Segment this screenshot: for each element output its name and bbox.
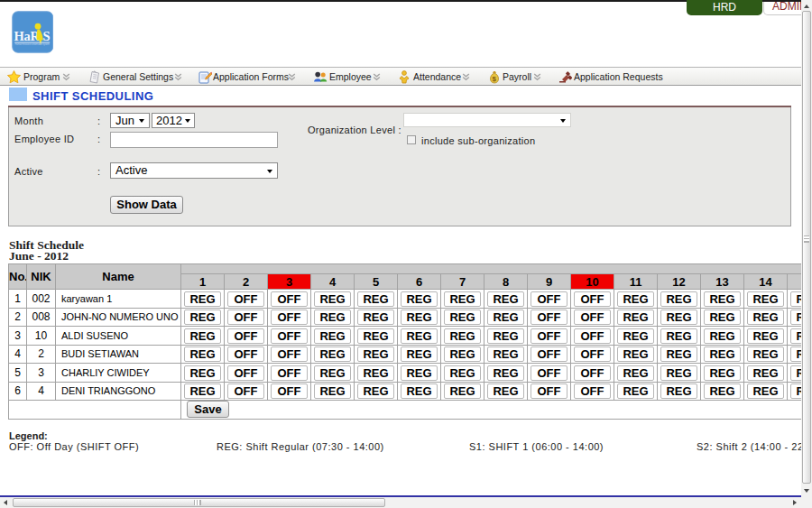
svg-text:HaR: HaR	[14, 29, 41, 43]
svg-text:Human Resources Information Sy: Human Resources Information System	[14, 42, 50, 46]
svg-text:$: $	[492, 75, 496, 83]
svg-text:S: S	[43, 29, 51, 43]
